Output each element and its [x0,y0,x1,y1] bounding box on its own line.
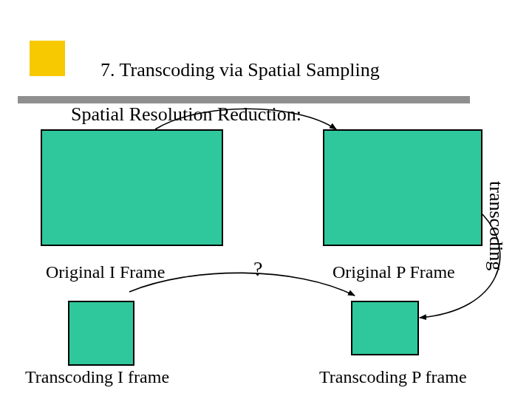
original-i-frame-label: Original I Frame [46,262,165,282]
original-i-frame-box [41,129,223,246]
transcoding-side-label: transcoding [485,181,507,270]
transcoding-i-frame-label: Transcoding I frame [25,367,169,387]
accent-square [30,41,65,76]
slide-subtitle: Spatial Resolution Reduction: [71,103,301,126]
slide-title: 7. Transcoding via Spatial Sampling [100,59,380,81]
transcoding-i-frame-box [68,301,134,366]
title-underline-bar [18,96,470,103]
transcoding-p-frame-label: Transcoding P frame [319,367,467,387]
original-p-frame-label: Original P Frame [332,262,455,282]
diagram-canvas: 7. Transcoding via Spatial Sampling Spat… [0,0,532,399]
original-p-frame-box [323,129,482,246]
question-mark-label: ? [253,257,262,281]
transcoding-p-frame-box [351,301,419,355]
